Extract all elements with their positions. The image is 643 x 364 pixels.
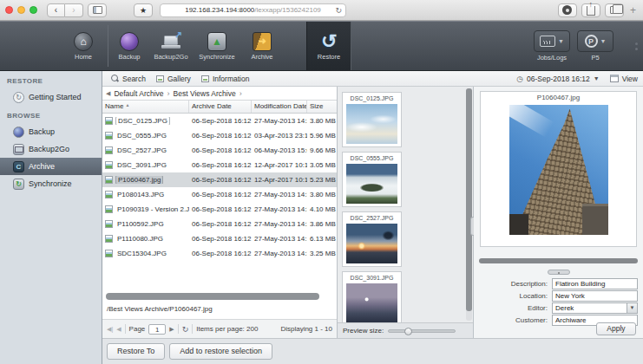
minimize-window-button[interactable] [17, 6, 25, 14]
apply-button[interactable]: Apply [596, 322, 636, 335]
toolbar-item-backup[interactable]: Backup [110, 22, 148, 70]
clock-icon: ◷ [516, 75, 523, 83]
image-file-icon [105, 191, 113, 198]
table-row[interactable]: P1110080.JPG 06-Sep-2018 16:12 27-May-20… [102, 231, 337, 246]
tab-gallery[interactable]: Gallery [151, 74, 196, 84]
scrollbar-thumb[interactable] [106, 293, 319, 300]
preview-filename: P1060467.jpg [481, 94, 636, 103]
table-row[interactable]: SDC15304.JPG 06-Sep-2018 16:12 27-May-20… [102, 246, 337, 261]
browser-chrome: ‹ › ★ 192.168.234.194:8000/lexxapp/15362… [0, 0, 643, 21]
file-name: DSC_3091.JPG [115, 161, 168, 169]
table-row[interactable]: P1100592.JPG 06-Sep-2018 16:12 27-May-20… [102, 217, 337, 231]
table-row[interactable]: DSC_2527.JPG 06-Sep-2018 16:12 06-May-20… [102, 143, 337, 158]
thumbnail-image-sunset-beach [346, 224, 397, 263]
sidebar-toggle-button[interactable] [88, 3, 107, 17]
table-row[interactable]: DSC_3091.JPG 06-Sep-2018 16:12 12-Apr-20… [102, 158, 337, 172]
description-field[interactable]: Flatiron Building [552, 278, 638, 289]
prev-page-button[interactable]: ◀ [116, 326, 121, 333]
column-header-modification-date[interactable]: Modification Date [252, 101, 307, 113]
sidebar-item-backup[interactable]: Backup [0, 123, 102, 140]
page-label: Page [129, 325, 146, 333]
items-per-page-label: Items per page: 200 [196, 325, 258, 333]
preview-size-slider[interactable] [388, 329, 456, 333]
table-row[interactable]: DSC_0125.JPG 06-Sep-2018 16:12 27-May-20… [102, 114, 337, 128]
close-window-button[interactable] [5, 6, 13, 14]
refresh-button[interactable]: ↻ [182, 325, 189, 334]
chevron-down-icon[interactable]: ▼ [627, 303, 637, 313]
toolbar-item-backup2go[interactable]: ↗ Backup2Go [148, 22, 194, 70]
sidebar-item-synchronize[interactable]: ↻ Synchronize [0, 175, 102, 192]
synchronize-icon: ↻ [13, 179, 24, 190]
backup-sphere-icon [120, 32, 139, 51]
table-row[interactable]: P1090319 - Version 2.JPG 06-Sep-2018 16:… [102, 202, 337, 217]
breadcrumb-separator-icon: › [239, 89, 242, 98]
view-button[interactable]: View [622, 75, 638, 83]
preview-size-bar: Preview size: [338, 322, 473, 338]
backup2go-laptop-icon [13, 144, 24, 155]
toolbar-drag-handle [635, 42, 638, 50]
preview-image-flatiron[interactable] [509, 105, 608, 235]
browser-back-button[interactable]: ‹ [47, 3, 65, 17]
datetime-dropdown[interactable]: ▼ [594, 75, 600, 81]
breadcrumb-item[interactable]: Best Views Archive [174, 89, 236, 98]
extension-button[interactable]: ★ [134, 3, 153, 17]
preview-splitter-handle[interactable] [548, 270, 570, 275]
add-to-restore-selection-button[interactable]: Add to restore selection [169, 343, 272, 360]
toolbar-item-synchronize[interactable]: ▲ Synchronize [194, 22, 240, 70]
preview-card: P1060467.jpg [480, 91, 637, 247]
table-row[interactable]: DSC_0555.JPG 06-Sep-2018 16:12 03-Apr-20… [102, 128, 337, 143]
preview-horizontal-scrollbar[interactable] [479, 258, 638, 264]
zoom-window-button[interactable] [30, 6, 37, 14]
breadcrumb-separator-icon: › [167, 89, 170, 98]
url-bar[interactable]: 192.168.234.194:8000/lexxapp/1536242109 … [160, 3, 346, 17]
thumbnail-card[interactable]: DSC_0125.JPG [342, 92, 402, 147]
sidebar-item-getting-started[interactable]: ↻ Getting Started [0, 88, 102, 106]
next-page-button[interactable]: ▶ [169, 326, 174, 333]
scrollbar-thumb[interactable] [479, 258, 638, 263]
file-table-panel: ◀ Default Archive › Best Views Archive ›… [102, 87, 337, 338]
extension-circle-button[interactable] [558, 3, 577, 17]
thumbnail-card[interactable]: DSC_3091.JPG [342, 271, 402, 322]
column-header-archive-date[interactable]: Archive Date [189, 101, 252, 113]
sidebar-section-browse: BROWSE [0, 106, 102, 123]
breadcrumb-back-icon[interactable]: ◀ [106, 90, 110, 97]
table-row[interactable]: P1080143.JPG 06-Sep-2018 16:12 27-May-20… [102, 187, 337, 202]
sidebar-item-backup2go[interactable]: Backup2Go [0, 140, 102, 158]
slider-knob[interactable] [404, 328, 412, 335]
toolbar-item-restore[interactable]: ↻ Restore [306, 22, 351, 70]
thumbnail-card[interactable]: DSC_2527.JPG [342, 211, 402, 267]
toolbar-item-home[interactable]: ⌂ Home [61, 22, 106, 70]
jobs-logs-button[interactable]: ▼ Jobs/Logs [534, 30, 570, 62]
tab-information[interactable]: Information [196, 74, 255, 84]
information-icon [201, 75, 209, 82]
tab-search[interactable]: Search [106, 74, 151, 84]
browser-forward-button[interactable]: › [65, 3, 83, 17]
share-button[interactable] [581, 3, 600, 17]
breadcrumb: ◀ Default Archive › Best Views Archive › [102, 87, 337, 101]
tab-overview-button[interactable] [605, 3, 624, 17]
gallery-vertical-scrollbar[interactable] [466, 88, 472, 321]
p5-menu-button[interactable]: P▼ P5 [577, 30, 613, 62]
column-header-size[interactable]: Size [307, 101, 337, 113]
scrollbar-thumb[interactable] [466, 88, 472, 311]
file-name: DSC_0125.JPG [115, 117, 170, 125]
breadcrumb-item[interactable]: Default Archive [114, 89, 163, 98]
sidebar-item-archive[interactable]: C Archive [0, 158, 102, 175]
image-file-icon [105, 235, 113, 243]
column-header-name[interactable]: Name ▲ [102, 101, 189, 113]
thumbnail-card[interactable]: DSC_0555.JPG [342, 152, 402, 207]
editor-select[interactable]: Derek▼ [552, 302, 638, 314]
toolbar-item-archive[interactable]: ➜ Archive [240, 22, 284, 70]
location-field[interactable]: New York [552, 290, 638, 302]
table-row-selected[interactable]: P1060467.jpg 06-Sep-2018 16:12 12-Apr-20… [102, 172, 337, 187]
reload-icon[interactable]: ↻ [335, 6, 342, 15]
description-label: Description: [477, 280, 552, 288]
image-file-icon [105, 220, 113, 228]
first-page-button[interactable]: ◀| [107, 326, 113, 333]
preview-panel: P1060467.jpg Description: Flatiron Build… [474, 87, 643, 338]
new-tab-button[interactable]: + [628, 4, 638, 16]
horizontal-scrollbar[interactable] [106, 293, 328, 301]
page-input[interactable]: 1 [148, 324, 166, 335]
thumbnail-image-moon-night [346, 283, 397, 322]
restore-to-button[interactable]: Restore To [107, 343, 165, 360]
